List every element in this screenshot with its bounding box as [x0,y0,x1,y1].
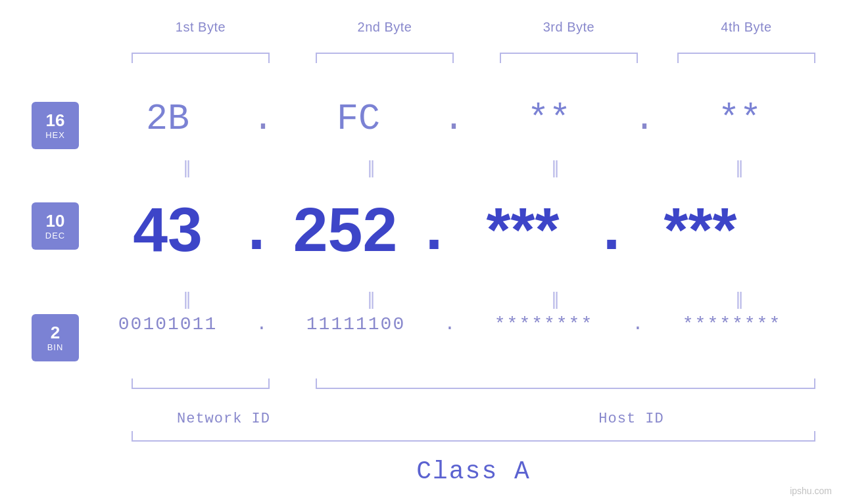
equals-3: ‖ [551,158,560,178]
equals-2: ‖ [367,158,375,178]
main-container: 16 HEX 10 DEC 2 BIN 1st Byte 2nd Byte 3r… [0,0,845,504]
grand-bracket [132,440,815,442]
badge-dec: 10 DEC [32,202,79,250]
top-bracket-3 [500,53,638,54]
top-bracket-1 [132,53,270,54]
col-header-3: 3rd Byte [500,20,638,35]
hex-val-1: 2B [99,99,237,140]
badge-hex: 16 HEX [32,102,79,149]
network-id-label: Network ID [132,411,316,427]
dec-val-1: 43 [99,194,237,265]
bin-val-4: ******** [663,314,801,334]
dec-val-4: *** [631,194,769,265]
equals-8: ‖ [735,289,744,309]
badge-dec-num: 10 [46,212,65,231]
class-label: Class A [132,457,815,486]
hex-dot-1: . [243,99,283,140]
equals-6: ‖ [367,289,375,309]
bin-val-2: 11111100 [287,314,425,334]
badge-hex-num: 16 [46,111,65,130]
bin-dot-2: . [430,314,470,334]
dec-val-2: 252 [276,194,414,265]
bin-val-1: 00101011 [99,314,237,334]
bin-row: 00101011 . 11111100 . ******** . *******… [99,314,845,334]
badge-bin-label: BIN [47,342,64,352]
dec-val-3: *** [454,194,592,265]
bottom-bracket-host [316,388,815,389]
equals-1: ‖ [183,158,191,178]
badge-bin-num: 2 [51,323,60,342]
hex-row: 2B . FC . ** . ** [99,99,845,140]
top-bracket-2 [316,53,454,54]
host-id-label: Host ID [447,411,815,427]
bin-dot-1: . [242,314,281,334]
bottom-bracket-network [132,388,270,389]
col-header-2: 2nd Byte [316,20,454,35]
hex-dot-2: . [434,99,473,140]
badge-dec-label: DEC [45,231,65,241]
dec-row: 43 . 252 . *** . *** [99,194,845,265]
dec-dot-2: . [414,202,454,264]
hex-val-2: FC [289,99,427,140]
hex-val-4: ** [671,99,809,140]
col-header-4: 4th Byte [677,20,815,35]
bin-val-3: ******** [475,314,613,334]
hex-val-3: ** [480,99,618,140]
hex-dot-3: . [625,99,664,140]
equals-7: ‖ [551,289,560,309]
dec-dot-3: . [592,202,631,264]
watermark: ipshu.com [790,486,832,496]
badge-hex-label: HEX [45,130,65,140]
equals-4: ‖ [735,158,744,178]
bin-dot-3: . [618,314,658,334]
equals-5: ‖ [183,289,191,309]
dec-dot-1: . [237,202,276,264]
badge-bin: 2 BIN [32,314,79,361]
top-bracket-4 [677,53,815,54]
col-header-1: 1st Byte [132,20,270,35]
